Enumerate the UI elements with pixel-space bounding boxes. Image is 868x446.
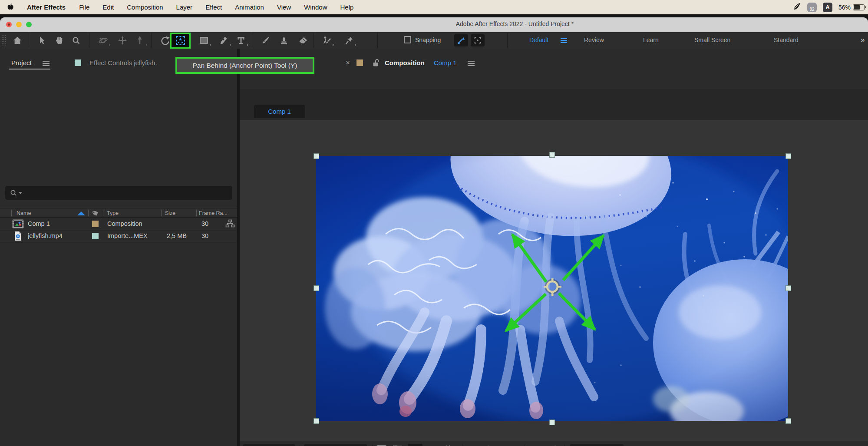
- handle-top-left[interactable]: [314, 153, 319, 159]
- menu-app-name[interactable]: After Effects: [20, 3, 73, 11]
- pan-behind-tooltip: Pan Behind (Anchor Point) Tool (Y): [175, 57, 314, 74]
- menu-item-edit[interactable]: Edit: [96, 3, 120, 11]
- composition-footer: 100% (Full): [240, 441, 868, 446]
- battery-percent-label: 56%: [838, 4, 851, 11]
- roto-brush-tool[interactable]: [319, 33, 334, 47]
- viewer-tab-comp1[interactable]: Comp 1: [254, 105, 305, 118]
- snapping-checkbox[interactable]: [404, 36, 411, 43]
- column-header-name[interactable]: Name: [17, 210, 31, 216]
- pan-camera-tool[interactable]: [115, 33, 130, 47]
- selection-tool[interactable]: [34, 33, 49, 47]
- menu-item-window[interactable]: Window: [297, 3, 333, 11]
- jellyfish-footage[interactable]: [316, 156, 788, 421]
- menu-item-file[interactable]: File: [73, 3, 96, 11]
- handle-top-right[interactable]: [785, 153, 791, 159]
- zoom-window-button[interactable]: [26, 22, 32, 27]
- pen-tool[interactable]: [216, 33, 231, 47]
- apple-menu-icon[interactable]: [0, 3, 20, 12]
- orbit-camera-tool[interactable]: [96, 33, 110, 47]
- close-tab-icon[interactable]: ×: [346, 59, 350, 67]
- workspace-tab-review[interactable]: Review: [584, 36, 604, 43]
- workspace-tab-standard[interactable]: Standard: [774, 36, 799, 43]
- handle-middle-right[interactable]: [785, 285, 791, 291]
- home-tool[interactable]: [10, 33, 25, 47]
- column-header-size[interactable]: Size: [165, 210, 175, 216]
- zoom-tool[interactable]: [69, 33, 83, 47]
- preview-timecode[interactable]: 0:00:00:00: [570, 444, 624, 446]
- mask-visibility-button[interactable]: [408, 444, 422, 446]
- input-source-icon[interactable]: A: [823, 3, 832, 12]
- after-effects-window: Adobe After Effects 2022 - Untitled Proj…: [0, 17, 868, 446]
- flowchart-icon[interactable]: [225, 219, 235, 230]
- eraser-tool[interactable]: [295, 33, 310, 47]
- magnification-dropdown[interactable]: 100%: [243, 444, 295, 446]
- pan-behind-tool-selected[interactable]: [170, 33, 191, 49]
- clone-stamp-tool[interactable]: [277, 33, 291, 47]
- project-panel: Project Effect Controls jellyfish. Name: [0, 49, 237, 446]
- project-panel-menu-icon[interactable]: [43, 61, 50, 66]
- table-row-jellyfish[interactable]: jellyfish.mp4 Importe...MEX 2,5 MB 30: [0, 230, 237, 243]
- handle-bottom-center[interactable]: [549, 420, 555, 425]
- composition-item-icon: [12, 219, 24, 230]
- type-tool[interactable]: [234, 33, 248, 47]
- composition-panel-menu-icon[interactable]: [468, 61, 475, 66]
- item-name: jellyfish.mp4: [28, 232, 63, 239]
- workspace-overflow-chevron[interactable]: »: [861, 36, 865, 44]
- workspace-tab-default[interactable]: Default: [529, 36, 548, 43]
- handle-bottom-left[interactable]: [314, 418, 319, 424]
- rectangle-tool[interactable]: [196, 33, 211, 47]
- brush-tool[interactable]: [258, 33, 273, 47]
- menu-item-composition[interactable]: Composition: [120, 3, 169, 11]
- sort-ascending-icon[interactable]: [77, 211, 85, 215]
- puppet-pin-tool[interactable]: [341, 33, 356, 47]
- pan-behind-icon: [175, 35, 186, 46]
- window-title: Adobe After Effects 2022 - Untitled Proj…: [456, 20, 574, 27]
- workspace-tab-learn[interactable]: Learn: [643, 36, 659, 43]
- search-input[interactable]: [25, 188, 227, 199]
- search-icon[interactable]: [10, 189, 18, 199]
- workspace-tab-small-screen[interactable]: Small Screen: [694, 36, 730, 43]
- item-color-label[interactable]: [92, 221, 99, 227]
- unlock-icon[interactable]: [373, 59, 380, 69]
- column-header-type[interactable]: Type: [107, 210, 119, 216]
- menu-item-animation[interactable]: Animation: [228, 3, 271, 11]
- close-window-button[interactable]: [6, 22, 12, 27]
- menu-item-layer[interactable]: Layer: [170, 3, 199, 11]
- item-frame-rate: 30: [201, 232, 208, 239]
- menu-item-help[interactable]: Help: [334, 3, 360, 11]
- menu-item-effect[interactable]: Effect: [199, 3, 228, 11]
- workspace-menu-icon[interactable]: [561, 38, 567, 43]
- handle-top-center[interactable]: [549, 152, 555, 158]
- project-search: [5, 186, 232, 200]
- hand-tool[interactable]: [52, 33, 67, 47]
- desktop-gap: [0, 14, 868, 17]
- item-size: 2,5 MB: [167, 232, 187, 239]
- item-type: Composition: [107, 220, 142, 227]
- toolbar-grip[interactable]: [2, 35, 6, 46]
- composition-comp-name[interactable]: Comp 1: [434, 59, 457, 66]
- snap-feature-button[interactable]: [471, 34, 485, 46]
- battery-status[interactable]: 56%: [838, 4, 865, 11]
- snapping-label: Snapping: [415, 36, 441, 43]
- handle-bottom-right[interactable]: [785, 418, 791, 424]
- minimize-window-button[interactable]: [16, 22, 22, 27]
- label-column-tag-icon[interactable]: [91, 209, 99, 219]
- composition-viewer[interactable]: [240, 120, 868, 446]
- column-header-frame-rate[interactable]: Frame Ra...: [199, 210, 228, 216]
- tab-project[interactable]: Project: [11, 59, 32, 66]
- comp-color-chip: [356, 59, 363, 66]
- feather-status-icon[interactable]: [792, 2, 801, 12]
- window-title-bar: Adobe After Effects 2022 - Untitled Proj…: [0, 17, 868, 32]
- dolly-camera-tool[interactable]: [132, 33, 147, 47]
- menu-item-view[interactable]: View: [271, 3, 297, 11]
- table-row-comp1[interactable]: Comp 1 Composition 30: [0, 218, 237, 231]
- search-options-caret[interactable]: [19, 192, 22, 194]
- handle-middle-left[interactable]: [314, 285, 319, 291]
- tab-effect-controls[interactable]: Effect Controls jellyfish.: [89, 59, 157, 66]
- snap-options-button[interactable]: [454, 34, 468, 46]
- viewer-tab-strip: Comp 1: [240, 89, 868, 120]
- resolution-dropdown[interactable]: (Full): [304, 444, 367, 446]
- weather-status-icon[interactable]: 82: [807, 3, 817, 12]
- item-color-label[interactable]: [92, 233, 99, 239]
- composition-panel-title[interactable]: Composition: [385, 59, 425, 66]
